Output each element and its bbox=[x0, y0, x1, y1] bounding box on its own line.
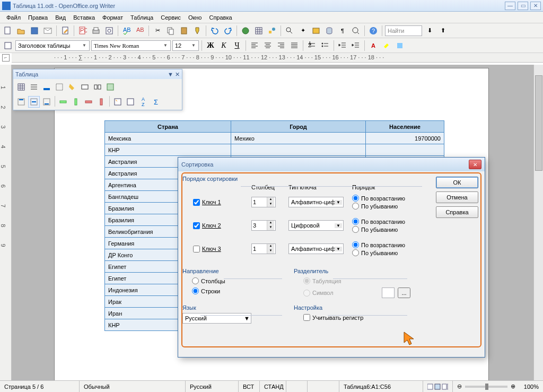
undo-icon[interactable] bbox=[209, 25, 221, 37]
key-column-spin[interactable]: ▲▼ bbox=[251, 243, 276, 254]
menu-edit[interactable]: Правка bbox=[25, 13, 51, 22]
highlight-icon[interactable] bbox=[381, 40, 392, 51]
email-icon[interactable] bbox=[42, 25, 54, 37]
size-combo[interactable]: 12▼ bbox=[172, 40, 199, 51]
minimize-button[interactable]: — bbox=[505, 2, 515, 10]
table-toolbar-title[interactable]: Таблица ▼ ✕ bbox=[13, 69, 182, 79]
optimize-icon[interactable] bbox=[104, 81, 116, 93]
preview-icon[interactable] bbox=[103, 25, 115, 37]
autoformat-icon[interactable] bbox=[112, 96, 124, 108]
menu-format[interactable]: Формат bbox=[99, 13, 126, 22]
valign-center-icon[interactable] bbox=[28, 96, 40, 108]
export-pdf-icon[interactable]: PDF bbox=[77, 25, 89, 37]
paste-icon[interactable] bbox=[178, 25, 190, 37]
underline-icon[interactable]: Ч bbox=[231, 40, 243, 51]
menu-tools[interactable]: Сервис bbox=[157, 13, 184, 22]
order-desc-radio[interactable]: По убыванию bbox=[352, 226, 426, 233]
menu-insert[interactable]: Вставка bbox=[70, 13, 98, 22]
insert-col-icon[interactable] bbox=[70, 96, 82, 108]
key-checkbox[interactable]: Ключ 1 bbox=[193, 199, 221, 206]
redo-icon[interactable] bbox=[222, 25, 234, 37]
datasource-icon[interactable] bbox=[323, 25, 335, 37]
menu-help[interactable]: Справка bbox=[206, 13, 235, 22]
table-props-icon[interactable] bbox=[125, 96, 136, 108]
zoom-icon[interactable] bbox=[350, 25, 362, 37]
order-desc-radio[interactable]: По убыванию bbox=[352, 203, 426, 210]
table-cell[interactable] bbox=[366, 144, 444, 156]
table-cell[interactable]: Мексика bbox=[105, 133, 231, 144]
hyperlink-icon[interactable] bbox=[240, 25, 251, 37]
status-insert[interactable]: ВСТ bbox=[239, 381, 260, 392]
horizontal-ruler[interactable]: ⌐ · · · 1 · · · ∑ · · · 1 · · · 2 · · · … bbox=[12, 53, 543, 63]
sum-icon[interactable]: Σ bbox=[150, 96, 162, 108]
status-sel-mode[interactable]: СТАНД bbox=[260, 381, 286, 392]
table-cell[interactable]: Мехико bbox=[231, 133, 366, 144]
zoom-value[interactable]: 100% bbox=[520, 381, 543, 392]
navigator-icon[interactable]: ✦ bbox=[297, 25, 309, 37]
tab-type-icon[interactable]: ⌐ bbox=[2, 54, 10, 62]
insert-row-icon[interactable] bbox=[57, 96, 69, 108]
draw-icon[interactable] bbox=[266, 25, 278, 37]
table-toolbar[interactable]: Таблица ▼ ✕ AZ Σ bbox=[13, 69, 182, 110]
sep-char-input[interactable] bbox=[382, 288, 395, 298]
dialog-titlebar[interactable]: Сортировка ✕ bbox=[178, 158, 485, 171]
align-justify-icon[interactable] bbox=[288, 40, 300, 51]
sort-icon[interactable]: AZ bbox=[137, 96, 149, 108]
valign-bottom-icon[interactable] bbox=[41, 96, 52, 108]
line-color-icon[interactable] bbox=[41, 81, 52, 93]
table-row[interactable]: МексикаМехико19700000 bbox=[105, 133, 444, 144]
new-icon[interactable] bbox=[2, 25, 14, 37]
order-asc-radio[interactable]: По возрастанию bbox=[352, 218, 426, 225]
key-checkbox[interactable]: Ключ 2 bbox=[193, 222, 221, 229]
borders-icon[interactable] bbox=[54, 81, 65, 93]
format-paint-icon[interactable] bbox=[191, 25, 203, 37]
line-style-icon[interactable] bbox=[28, 81, 40, 93]
copy-icon[interactable] bbox=[165, 25, 177, 37]
autospell-icon[interactable]: ABC bbox=[134, 25, 146, 37]
status-page[interactable]: Страница 5 / 6 bbox=[0, 381, 80, 392]
align-right-icon[interactable] bbox=[275, 40, 287, 51]
indent-dec-icon[interactable] bbox=[337, 40, 348, 51]
close-button[interactable]: ✕ bbox=[530, 2, 541, 10]
style-combo[interactable]: Заголовок таблицы▼ bbox=[15, 40, 90, 51]
key-type-combo[interactable]: Алфавитно-цифровой▼ bbox=[288, 243, 344, 254]
search-prev-icon[interactable]: ⬆ bbox=[437, 25, 449, 37]
table-cell[interactable]: 19700000 bbox=[366, 133, 444, 144]
dialog-close-icon[interactable]: ✕ bbox=[469, 160, 481, 169]
menu-table[interactable]: Таблица bbox=[127, 13, 156, 22]
cut-icon[interactable]: ✂ bbox=[152, 25, 163, 37]
gallery-icon[interactable] bbox=[310, 25, 322, 37]
sep-browse-button[interactable]: ... bbox=[398, 288, 410, 298]
key-column-spin[interactable]: ▲▼ bbox=[251, 197, 276, 207]
table-header[interactable]: Город bbox=[231, 121, 366, 133]
table-header[interactable]: Страна bbox=[105, 121, 231, 133]
status-selection[interactable]: Таблица6:A1:C56 bbox=[339, 381, 423, 392]
align-left-icon[interactable] bbox=[249, 40, 260, 51]
nonprint-icon[interactable]: ¶ bbox=[337, 25, 348, 37]
align-center-icon[interactable] bbox=[262, 40, 274, 51]
search-next-icon[interactable]: ⬇ bbox=[424, 25, 435, 37]
merge-icon[interactable] bbox=[79, 81, 91, 93]
order-desc-radio[interactable]: По убыванию bbox=[352, 249, 426, 256]
styles-icon[interactable] bbox=[2, 40, 14, 51]
key-type-combo[interactable]: Алфавитно-цифровой▼ bbox=[288, 197, 344, 207]
help-icon[interactable]: ? bbox=[367, 25, 379, 37]
menu-file[interactable]: Файл bbox=[3, 13, 24, 22]
vertical-scrollbar[interactable] bbox=[533, 65, 543, 380]
print-icon[interactable] bbox=[90, 25, 102, 37]
key-type-combo[interactable]: Цифровой▼ bbox=[288, 220, 344, 231]
order-asc-radio[interactable]: По возрастанию bbox=[352, 241, 426, 248]
table-row[interactable]: КНР bbox=[105, 144, 444, 156]
menu-view[interactable]: Вид bbox=[52, 13, 69, 22]
maximize-button[interactable]: ▭ bbox=[518, 2, 528, 10]
find-icon[interactable] bbox=[284, 25, 295, 37]
zoom-slider[interactable]: ⊖⊕ bbox=[453, 381, 520, 392]
table-cell[interactable]: КНР bbox=[105, 144, 231, 156]
order-asc-radio[interactable]: По возрастанию bbox=[352, 195, 426, 202]
delete-col-icon[interactable] bbox=[95, 96, 107, 108]
italic-icon[interactable]: К bbox=[218, 40, 230, 51]
indent-inc-icon[interactable] bbox=[350, 40, 362, 51]
spellcheck-icon[interactable]: ABC bbox=[121, 25, 133, 37]
status-style[interactable]: Обычный bbox=[80, 381, 186, 392]
edit-doc-icon[interactable] bbox=[59, 25, 71, 37]
